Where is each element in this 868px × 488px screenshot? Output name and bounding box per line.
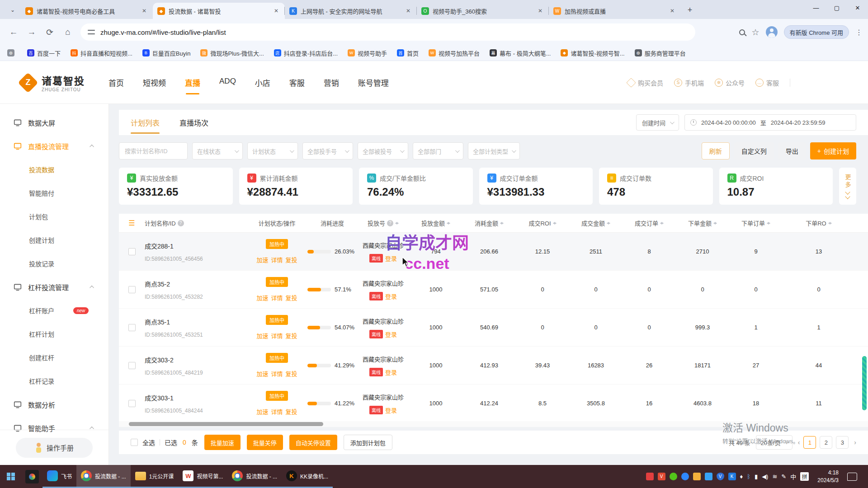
column-header[interactable]: 消耗进度: [307, 219, 357, 227]
buy-membership-link[interactable]: 购买会员: [627, 78, 663, 87]
taskbar-app-button[interactable]: 飞书: [42, 465, 76, 488]
tray-wps-icon[interactable]: V: [658, 473, 665, 480]
row-checkbox[interactable]: [128, 362, 136, 369]
column-header[interactable]: 下单金额: [676, 219, 729, 227]
site-logo[interactable]: 诸葛智投 ZHUGE ZHITOU: [19, 73, 85, 92]
row-checkbox[interactable]: [128, 400, 136, 407]
filter-target-account[interactable]: 全部被投号: [358, 142, 408, 160]
more-stats-button[interactable]: 更多: [839, 168, 856, 205]
vertical-scrollbar-thumb[interactable]: [862, 356, 867, 410]
sidebar-item[interactable]: 直播投流管理: [0, 134, 108, 158]
info-icon[interactable]: ?: [178, 220, 184, 226]
search-input[interactable]: [119, 142, 188, 160]
details-link[interactable]: 详情: [271, 369, 283, 378]
sort-icon[interactable]: [607, 220, 610, 226]
sidebar-item[interactable]: 投放记录: [0, 252, 108, 275]
sidebar-item[interactable]: 杠杆记录: [0, 369, 108, 393]
tray-folder-icon[interactable]: [693, 473, 701, 480]
official-account-link[interactable]: ✲ 公众号: [715, 78, 745, 87]
reinvest-link[interactable]: 复投: [286, 407, 297, 416]
microphone-icon[interactable]: ♦: [740, 473, 743, 480]
customer-service-link[interactable]: … 客服: [755, 78, 779, 87]
login-link[interactable]: 登录: [385, 292, 397, 300]
reinvest-link[interactable]: 复投: [286, 331, 297, 340]
row-checkbox[interactable]: [128, 286, 136, 293]
sidebar-item[interactable]: 杠杆投流管理: [0, 275, 108, 299]
sidebar-item[interactable]: 杠杆计划: [0, 322, 108, 346]
sort-icon[interactable]: [447, 220, 450, 226]
bluetooth-icon[interactable]: ᛒ: [747, 473, 750, 480]
battery-icon[interactable]: ▮: [755, 473, 758, 480]
date-range-picker[interactable]: 2024-04-20 00:00:00 至 2024-04-20 23:59:5…: [684, 114, 856, 131]
nav-item[interactable]: 营销: [324, 77, 339, 88]
site-settings-icon[interactable]: [88, 29, 95, 35]
browser-tab[interactable]: W 加热视频或直播 ✕: [549, 3, 681, 19]
prev-page-icon[interactable]: ‹: [798, 439, 800, 446]
page-size-select[interactable]: 20条/页: [756, 435, 793, 450]
tab-close-icon[interactable]: ✕: [140, 7, 148, 15]
batch-accelerate-button[interactable]: 批量加速: [204, 435, 241, 450]
accelerate-link[interactable]: 加速: [256, 407, 268, 416]
nav-item[interactable]: ADQ: [219, 77, 236, 88]
sidebar-item[interactable]: 计划包: [0, 205, 108, 228]
column-header[interactable]: 计划名称/ID ?: [145, 219, 246, 227]
login-link[interactable]: 登录: [385, 254, 397, 263]
filter-online-status[interactable]: 在线状态: [192, 142, 243, 160]
create-plan-button[interactable]: + 创建计划: [810, 142, 856, 160]
nav-item[interactable]: 直播: [185, 77, 200, 88]
bookmark-item[interactable]: 店 抖店登录-抖店后台...: [274, 49, 338, 57]
plan-name[interactable]: 商点35-2: [145, 279, 246, 288]
tab-close-icon[interactable]: ✕: [668, 7, 676, 15]
sort-icon[interactable]: [500, 220, 504, 226]
table-row[interactable]: 成交303-1 ID:5896261005_484244 加热中 加速 详情 复…: [119, 385, 868, 422]
sidebar-item[interactable]: 创建杠杆: [0, 346, 108, 369]
customize-columns-button[interactable]: 自定义列: [734, 142, 774, 160]
time-type-select[interactable]: 创建时间: [636, 114, 679, 131]
browser-tab[interactable]: ◆ 诸葛智投-视频号电商必备工具 ✕: [21, 3, 153, 19]
nav-item[interactable]: 首页: [108, 77, 124, 88]
tab-live-sessions[interactable]: 直播场次: [179, 117, 208, 128]
details-link[interactable]: 详情: [271, 331, 283, 340]
tray-browser-icon[interactable]: [681, 473, 689, 480]
hscroll-thumb[interactable]: [129, 422, 323, 426]
tray-red-app-icon[interactable]: [646, 473, 654, 480]
bookmark-item[interactable]: 抖 抖音直播和短视频...: [71, 49, 132, 57]
address-bar[interactable]: zhuge.v-ma.com/#/live-studio/live-plan/l…: [80, 23, 695, 41]
back-icon[interactable]: ←: [5, 24, 22, 40]
column-header[interactable]: 下单RO: [783, 219, 855, 227]
column-header[interactable]: 计划状态/操作: [246, 219, 307, 227]
column-header[interactable]: 消耗金额: [462, 219, 516, 227]
taskbar-app-button[interactable]: 投流数据 - ...: [76, 465, 131, 488]
plan-name[interactable]: 成交303-2: [145, 355, 246, 364]
table-row[interactable]: 成交303-2 ID:5896261005_484219 加热中 加速 详情 复…: [119, 347, 868, 385]
sort-icon[interactable]: [660, 220, 664, 226]
browser-menu-icon[interactable]: ⋮: [855, 28, 863, 37]
taskbar-app-button[interactable]: W 视频号第...: [178, 465, 227, 488]
bookmark-item[interactable]: W 视频号加热平台: [429, 49, 480, 57]
url-text[interactable]: zhuge.v-ma.com/#/live-studio/live-plan/l…: [100, 28, 226, 36]
select-all-label[interactable]: 全选: [142, 438, 155, 447]
close-button[interactable]: ✕: [847, 0, 868, 15]
taskbar-app-button[interactable]: 1元公开课: [131, 465, 179, 488]
filter-plan-type[interactable]: 全部计划类型: [468, 142, 520, 160]
pen-icon[interactable]: ✎: [781, 473, 786, 480]
bookmark-item[interactable]: ◍: [7, 49, 17, 56]
tab-plan-list[interactable]: 计划列表: [131, 117, 160, 128]
reinvest-link[interactable]: 复投: [286, 369, 297, 378]
sidebar-item[interactable]: 杠杆账户 new: [0, 299, 108, 322]
reinvest-link[interactable]: 复投: [286, 255, 297, 264]
taskbar-app-button[interactable]: 投流数据 - ...: [227, 465, 282, 488]
nav-item[interactable]: 客服: [289, 77, 305, 88]
tray-k-app-icon[interactable]: K: [728, 473, 736, 480]
tray-security-shield-icon[interactable]: V: [717, 473, 724, 480]
select-all-checkbox[interactable]: [131, 439, 138, 446]
date-start[interactable]: 2024-04-20 00:00:00: [701, 119, 756, 126]
table-row[interactable]: 商点35-1 ID:5896261005_453251 加热中 加速 详情 复投: [119, 309, 868, 347]
notification-center-icon[interactable]: [847, 473, 857, 481]
batch-stop-button[interactable]: 批量关停: [247, 435, 283, 450]
ime-pinyin-indicator[interactable]: 拼: [800, 472, 809, 481]
info-icon[interactable]: ?: [387, 220, 393, 226]
tab-close-icon[interactable]: ✕: [404, 7, 412, 15]
tab-close-icon[interactable]: ✕: [536, 7, 544, 15]
row-checkbox[interactable]: [128, 324, 136, 331]
